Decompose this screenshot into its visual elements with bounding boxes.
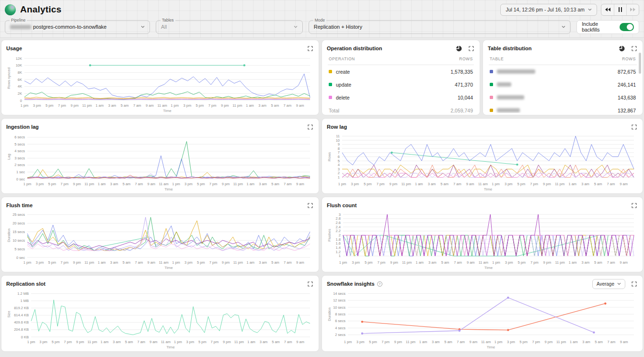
svg-text:11 pm: 11 pm	[87, 340, 97, 344]
svg-text:7 pm: 7 pm	[60, 182, 69, 186]
include-backfills-toggle[interactable]	[620, 23, 634, 31]
include-backfills-control: Include backfills	[576, 20, 639, 34]
aggregate-value: Average	[597, 281, 614, 287]
svg-text:4 secs: 4 secs	[14, 149, 25, 153]
svg-text:1 am: 1 am	[95, 103, 104, 108]
expand-icon[interactable]	[630, 45, 638, 52]
svg-text:3 pm: 3 pm	[36, 260, 44, 265]
svg-text:11 pm: 11 pm	[84, 182, 94, 186]
svg-text:Time: Time	[484, 187, 493, 191]
svg-text:1 pm: 1 pm	[492, 260, 500, 265]
pipeline-select[interactable]: Pipeline postgres-common-to-snowflake	[5, 20, 150, 34]
table-row: create1,578,335	[328, 65, 474, 78]
svg-text:Size: Size	[7, 311, 11, 318]
flush-count-card: Flush count 11.21.41.61.822.22.42.62.831…	[322, 197, 643, 272]
svg-text:Time: Time	[484, 266, 493, 270]
total-row: Total2,059,749	[328, 104, 474, 113]
svg-text:5 am: 5 am	[444, 340, 452, 344]
svg-text:0: 0	[20, 99, 22, 103]
svg-text:7 am: 7 am	[608, 340, 616, 344]
expand-icon[interactable]	[630, 123, 638, 131]
svg-text:204.8 KB: 204.8 KB	[14, 327, 29, 332]
date-range-value: Jul 14, 12:26 pm - Jul 16, 10:13 am	[506, 7, 585, 12]
svg-text:9 am: 9 am	[620, 340, 628, 344]
svg-text:11 pm: 11 pm	[233, 182, 243, 186]
svg-text:11 pm: 11 pm	[556, 340, 566, 344]
svg-text:9 pm: 9 pm	[390, 260, 398, 265]
svg-text:3 pm: 3 pm	[36, 182, 44, 186]
svg-text:3 am: 3 am	[428, 260, 437, 265]
svg-text:14 secs: 14 secs	[333, 291, 345, 296]
svg-text:10K: 10K	[16, 63, 22, 67]
svg-text:3 pm: 3 pm	[186, 340, 194, 344]
series-swatch	[329, 70, 332, 73]
row-label: update	[336, 82, 351, 88]
svg-text:9 am: 9 am	[466, 182, 474, 186]
svg-text:5 pm: 5 pm	[518, 260, 526, 265]
fast-forward-button[interactable]	[626, 4, 639, 15]
expand-icon[interactable]	[306, 123, 314, 131]
svg-text:5 am: 5 am	[271, 260, 279, 265]
svg-text:1 pm: 1 pm	[492, 182, 500, 186]
usage-card: Usage 02K4K6K8K10K12K1 pm3 pm5 pm7 pm9 p…	[1, 40, 319, 115]
tables-select[interactable]: Tables All	[156, 20, 303, 34]
rewind-button[interactable]	[601, 4, 614, 15]
svg-text:7 pm: 7 pm	[60, 260, 69, 265]
svg-text:9 pm: 9 pm	[543, 182, 551, 186]
help-icon[interactable]: ?	[377, 281, 382, 287]
svg-text:11 pm: 11 pm	[401, 182, 411, 186]
svg-text:5 pm: 5 pm	[197, 260, 205, 265]
svg-text:9 am: 9 am	[620, 260, 628, 265]
pause-button[interactable]	[614, 4, 626, 15]
expand-icon[interactable]	[630, 280, 638, 288]
svg-text:7 am: 7 am	[133, 103, 141, 108]
expand-icon[interactable]	[306, 45, 314, 52]
svg-text:5 am: 5 am	[440, 182, 448, 186]
svg-text:4: 4	[338, 163, 340, 167]
svg-text:2.2: 2.2	[336, 229, 341, 233]
svg-text:9 pm: 9 pm	[73, 260, 81, 265]
svg-text:5 am: 5 am	[272, 340, 280, 344]
row-value: 1,578,335	[450, 69, 473, 75]
expand-icon[interactable]	[467, 45, 475, 52]
svg-text:11 am: 11 am	[161, 340, 171, 344]
svg-text:7 am: 7 am	[607, 182, 615, 186]
expand-icon[interactable]	[306, 201, 314, 209]
pie-chart-icon[interactable]	[618, 45, 625, 52]
flush-count-title: Flush count	[327, 202, 356, 208]
app-logo-icon	[5, 4, 16, 15]
svg-text:4 secs: 4 secs	[335, 326, 345, 330]
aggregate-select[interactable]: Average	[592, 279, 625, 289]
svg-text:11 pm: 11 pm	[82, 103, 92, 108]
svg-text:Rows synced: Rows synced	[7, 67, 11, 89]
svg-text:1 pm: 1 pm	[27, 340, 35, 344]
svg-text:1 pm: 1 pm	[23, 182, 32, 186]
expand-icon[interactable]	[630, 201, 638, 209]
svg-text:3: 3	[339, 212, 341, 217]
flush-time-title: Flush time	[6, 202, 33, 208]
pie-chart-icon[interactable]	[455, 45, 462, 52]
row-value: 132,867	[618, 108, 636, 113]
usage-chart: 02K4K6K8K10K12K1 pm3 pm5 pm7 pm9 pm11 pm…	[6, 53, 314, 113]
svg-text:11 pm: 11 pm	[232, 103, 242, 108]
svg-text:3 am: 3 am	[428, 182, 436, 186]
flush-time-card: Flush time 0 sec5 secs10 secs15 secs20 s…	[1, 197, 319, 272]
svg-text:5 pm: 5 pm	[369, 340, 377, 344]
svg-text:1 am: 1 am	[98, 182, 106, 186]
dashboard: Usage 02K4K6K8K10K12K1 pm3 pm5 pm7 pm9 p…	[0, 38, 644, 356]
row-lag-title: Row lag	[327, 124, 347, 130]
svg-text:2: 2	[338, 171, 340, 175]
svg-text:1: 1	[339, 254, 341, 258]
svg-text:7 pm: 7 pm	[381, 340, 390, 344]
mode-select[interactable]: Mode Replication + History	[309, 20, 571, 34]
svg-text:3 pm: 3 pm	[184, 260, 193, 265]
svg-text:9 pm: 9 pm	[394, 340, 402, 344]
row-value: 471,370	[455, 82, 473, 88]
svg-text:1.8: 1.8	[336, 237, 341, 242]
svg-text:7 am: 7 am	[284, 340, 292, 344]
chevron-down-icon	[588, 8, 592, 11]
svg-text:1 am: 1 am	[247, 340, 255, 344]
expand-icon[interactable]	[306, 280, 314, 288]
scrollbar-thumb[interactable]	[639, 53, 641, 74]
date-range-picker[interactable]: Jul 14, 12:26 pm - Jul 16, 10:13 am	[500, 4, 597, 16]
